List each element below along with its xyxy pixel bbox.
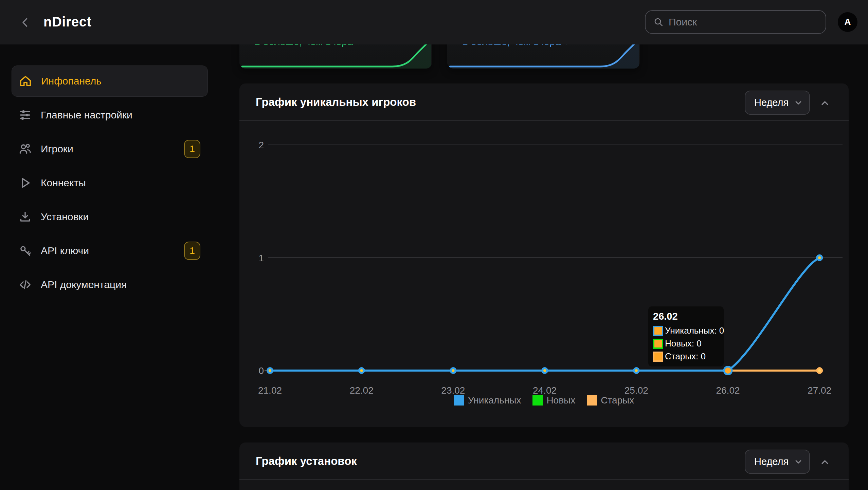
hover-point [725, 368, 731, 374]
chevron-down-icon [794, 98, 803, 108]
y-axis-label: 1 [258, 253, 264, 263]
players-collapse-button[interactable] [817, 96, 832, 111]
tooltip-row: Уникальных: 0 [653, 325, 720, 336]
sidebar-item-home[interactable]: Инфопанель [12, 65, 208, 97]
sliders-icon [18, 108, 32, 122]
data-point-center [452, 369, 454, 372]
data-point-center [818, 369, 821, 372]
tooltip-swatch [653, 339, 663, 349]
installs-chart-header: График установок Неделя [239, 442, 849, 479]
users-icon [18, 142, 32, 156]
chevron-left-icon [19, 16, 31, 29]
sidebar-item-label: Главные настройки [41, 109, 132, 121]
key-icon [18, 244, 32, 258]
legend-label: Новых [546, 395, 575, 406]
installs-chart-card: График установок Неделя [239, 442, 849, 490]
tooltip-title: 26.02 [653, 311, 720, 322]
top-bar: nDirect A [0, 0, 868, 44]
search-icon [653, 17, 664, 27]
legend-swatch [587, 395, 597, 406]
players-period-select[interactable]: Неделя [745, 91, 810, 115]
avatar[interactable]: A [838, 12, 857, 32]
legend-label: Уникальных [468, 395, 521, 406]
tooltip-swatch [653, 326, 663, 336]
data-point-center [635, 369, 638, 372]
sidebar-badge: 1 [184, 140, 200, 158]
sidebar-item-key[interactable]: API ключи1 [12, 235, 208, 266]
x-axis-label: 25.02 [625, 385, 648, 396]
players-chart-title: График уникальных игроков [256, 96, 416, 109]
card-divider [239, 479, 849, 480]
sidebar-badge: 1 [184, 242, 200, 260]
chevron-up-icon [819, 98, 830, 109]
sliders-icon [18, 108, 32, 122]
sidebar-item-sliders[interactable]: Главные настройки [12, 99, 208, 131]
play-icon [18, 176, 32, 190]
x-axis-label: 27.02 [808, 385, 831, 396]
code-icon [18, 278, 32, 291]
installs-period-select[interactable]: Неделя [745, 450, 810, 474]
data-point-center [360, 369, 363, 372]
download-icon [18, 210, 32, 224]
sidebar-item-label: Коннекты [41, 177, 86, 189]
sidebar-item-label: API ключи [41, 245, 89, 257]
app-title: nDirect [43, 14, 91, 30]
users-icon [18, 142, 32, 156]
key-icon [18, 244, 32, 258]
legend-label: Старых [601, 395, 634, 406]
sidebar: ИнфопанельГлавные настройкиИгроки1Коннек… [0, 44, 224, 490]
data-point-center [269, 369, 271, 372]
x-axis-label: 26.02 [716, 385, 740, 396]
play-icon [18, 176, 32, 190]
code-icon [18, 278, 32, 291]
search-input[interactable] [669, 16, 804, 28]
home-icon [19, 74, 32, 88]
legend-item[interactable]: Старых [587, 395, 634, 406]
y-axis-label: 0 [258, 365, 264, 376]
search-box[interactable] [645, 10, 826, 34]
chevron-up-icon [819, 457, 830, 468]
tooltip-row: Новых: 0 [653, 338, 720, 349]
players-period-value: Неделя [754, 97, 789, 108]
legend-swatch [454, 395, 464, 406]
legend-item[interactable]: Уникальных [454, 395, 521, 406]
tooltip-swatch [653, 352, 663, 362]
x-axis-label: 24.02 [533, 385, 557, 396]
x-axis-label: 21.02 [258, 385, 282, 396]
installs-chart-title: График установок [256, 455, 357, 468]
tooltip-row-text: Новых: 0 [665, 338, 702, 349]
x-axis-label: 22.02 [350, 385, 374, 396]
data-point-center [543, 369, 546, 372]
chevron-down-icon [794, 457, 803, 467]
legend-item[interactable]: Новых [532, 395, 575, 406]
installs-period-value: Неделя [754, 456, 789, 467]
tooltip-row-text: Уникальных: 0 [665, 325, 724, 336]
sidebar-item-code[interactable]: API документация [12, 269, 208, 300]
tooltip-row: Старых: 0 [653, 351, 720, 362]
sidebar-item-download[interactable]: Установки [12, 201, 208, 232]
sidebar-item-label: Игроки [41, 143, 73, 155]
players-chart-header: График уникальных игроков Неделя [239, 83, 849, 120]
sidebar-item-users[interactable]: Игроки1 [12, 133, 208, 165]
chart-tooltip: 26.02 Уникальных: 0Новых: 0Старых: 0 [648, 306, 724, 366]
sidebar-item-label: API документация [41, 279, 127, 290]
installs-collapse-button[interactable] [817, 455, 832, 470]
tooltip-row-text: Старых: 0 [665, 351, 706, 362]
legend-swatch [532, 395, 543, 406]
x-axis-label: 23.02 [441, 385, 465, 396]
sidebar-item-play[interactable]: Коннекты [12, 167, 208, 199]
home-icon [19, 74, 32, 88]
series-line-unique [270, 258, 819, 371]
players-line-chart: 21021.0222.0223.0224.0225.0226.0227.02 [239, 120, 849, 429]
back-button[interactable] [18, 15, 33, 30]
sidebar-item-label: Инфопанель [41, 75, 102, 87]
players-chart-card: График уникальных игроков Неделя 21021.0… [239, 83, 849, 427]
data-point-center [818, 257, 821, 259]
chart-legend: УникальныхНовыхСтарых [239, 395, 849, 406]
download-icon [18, 210, 32, 224]
y-axis-label: 2 [258, 140, 264, 150]
sidebar-item-label: Установки [41, 211, 89, 223]
